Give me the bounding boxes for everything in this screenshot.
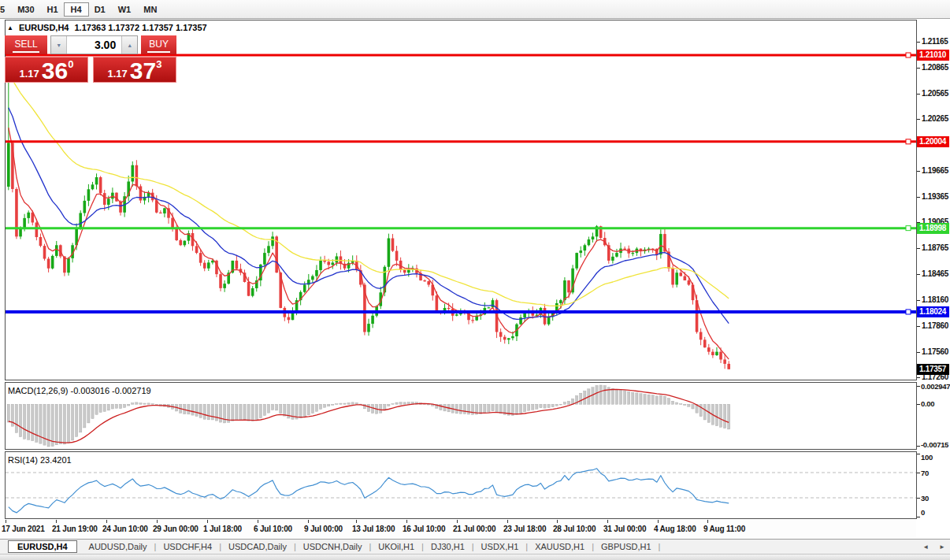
rsi-canvas[interactable] [6,452,916,518]
price-axis-tick-label: 1.20865 [922,63,948,72]
time-axis-label: 21 Jun 19:00 [52,525,98,533]
tab-EURUSD-H4[interactable]: EURUSD,H4 [8,540,77,553]
level-price-badge: 1.18998 [917,223,949,234]
ask-price-box[interactable]: 1.17 37 3 [93,57,176,83]
time-axis-label: 1 Jul 18:00 [203,525,242,533]
timeframe-button-H1[interactable]: H1 [40,2,65,17]
volume-stepper: ▼ ▲ [50,35,138,54]
bid-price-prefix: 1.17 [20,68,39,80]
time-axis-tickmark [356,520,357,523]
rsi-scale-label: 30 [921,494,929,503]
price-axis-tick-label: 1.21165 [922,37,948,46]
macd-axis-tickmark [917,386,920,387]
status-bar [0,554,950,560]
level-price-badge: 1.18024 [917,306,949,317]
time-axis-tickmark [457,520,458,523]
level-line-handle[interactable] [906,226,911,231]
price-axis-tickmark [917,42,920,43]
time-axis-tickmark [308,520,309,523]
tab-scroll-left-icon[interactable]: ◄ [922,543,929,551]
time-axis-tickmark [6,520,6,523]
time-axis-tickmark [707,520,708,523]
time-axis-tickmark [406,520,407,523]
ask-price-prefix: 1.17 [108,68,128,80]
price-axis-tick-label: 1.19665 [922,166,948,175]
price-axis-tickmark [917,248,920,249]
price-axis-tickmark [917,326,920,327]
rsi-axis-tickmark [917,454,920,454]
macd-scale-max: 0.002947 [921,382,950,391]
buy-button[interactable]: BUY [141,35,176,54]
price-axis-tickmark [917,68,920,69]
tab-XAUUSD-H1[interactable]: XAUUSD,H1 [528,542,592,551]
time-axis-tickmark [607,520,608,523]
timeframe-button-D1[interactable]: D1 [87,2,113,17]
chart-symbol-label: EURUSD,H4 [19,23,69,32]
last-price-badge: 1.17357 [917,364,949,375]
time-axis-label: 16 Jul 10:00 [403,525,445,533]
price-axis-tick-label: 1.18465 [922,269,948,278]
bid-price-box[interactable]: 1.17 36 0 [5,57,88,83]
medium-ma-line [9,108,729,324]
price-axis[interactable]: 1.211651.208651.205651.202651.199651.196… [917,19,950,539]
slow-ma-line [9,75,729,306]
volume-increase-button[interactable]: ▲ [121,36,137,54]
tab-GBPUSD-H1[interactable]: GBPUSD,H1 [594,542,659,551]
time-axis-label: 31 Jul 00:00 [603,525,646,533]
timeframe-button-M30[interactable]: M30 [10,2,41,17]
level-price-badge: 1.21010 [917,50,949,61]
tab-AUDUSD-Daily[interactable]: AUDUSD,Daily [82,542,154,551]
level-line-handle[interactable] [906,310,911,314]
collapse-triangle-icon[interactable]: ▲ [7,24,13,32]
tab-USDX-H1[interactable]: USDX,H1 [474,542,526,551]
terminal-window: 5M30H1H4D1W1MN ▲ EURUSD,H4 1.17363 1.173… [0,0,950,560]
bid-price-pipette: 0 [68,58,73,70]
price-axis-tickmark [917,119,920,120]
timeframe-button-MN[interactable]: MN [136,2,164,17]
bid-price-main: 36 [42,59,68,82]
price-axis-tick-label: 1.20265 [922,114,948,123]
tab-scroll-arrows: ◄► [922,543,950,551]
rsi-axis-tickmark [917,517,920,517]
time-axis-label: 24 Jun 10:00 [102,525,148,533]
time-axis-label: 9 Jul 00:00 [304,525,343,533]
volume-input[interactable] [67,36,121,54]
volume-decrease-button[interactable]: ▼ [51,36,67,54]
price-axis-tickmark [917,300,920,301]
price-axis-tick-label: 1.18160 [922,295,948,304]
timeframe-toolbar: 5M30H1H4D1W1MN [0,0,950,19]
tab-scroll-right-icon[interactable]: ► [939,543,945,551]
time-axis-label: 6 Jul 10:00 [254,525,292,533]
tab-UKOil-H1[interactable]: UKOil,H1 [371,542,421,551]
tab-DJ30-H1[interactable]: DJ30,H1 [424,542,472,551]
time-axis-tickmark [658,520,659,523]
triangle-up-icon: ▲ [127,43,132,48]
time-axis-label: 21 Jul 00:00 [453,525,495,533]
level-line-handle[interactable] [906,139,911,144]
price-axis-tick-label: 1.19365 [922,192,948,201]
tab-separator: | [659,542,661,551]
time-axis-label: 9 Aug 11:00 [703,525,745,533]
tab-USDCAD-Daily[interactable]: USDCAD,Daily [221,542,294,551]
time-axis-tickmark [258,520,258,523]
price-axis-tickmark [917,274,920,275]
time-axis-label: 29 Jun 00:00 [153,525,199,533]
timeframe-button-H4[interactable]: H4 [64,2,89,17]
chart-tab-bar: EURUSD,H4AUDUSD,Daily|USDCHF,H4|USDCAD,D… [0,539,950,554]
level-line-handle[interactable] [906,53,911,57]
time-axis-label: 17 Jun 2021 [2,525,45,533]
tab-USDCHF-H4[interactable]: USDCHF,H4 [156,542,219,551]
timeframe-button-W1[interactable]: W1 [111,2,139,17]
tab-USDCNH-Daily[interactable]: USDCNH,Daily [296,542,369,551]
rsi-axis-tickmark [917,498,920,499]
sell-button[interactable]: SELL [5,35,47,54]
time-axis[interactable]: 17 Jun 202121 Jun 19:0024 Jun 10:0029 Ju… [0,520,916,538]
chart-title: ▲ EURUSD,H4 1.17363 1.17372 1.17357 1.17… [7,23,207,32]
level-price-badge: 1.20004 [917,136,949,147]
rsi-scale-label: 70 [921,469,929,477]
sell-button-label: SELL [13,38,39,53]
macd-scale-min: -0.00715 [921,440,948,449]
buy-button-label: BUY [147,38,170,53]
price-axis-tickmark [917,377,920,378]
rsi-scale-label: 0 [921,508,925,517]
